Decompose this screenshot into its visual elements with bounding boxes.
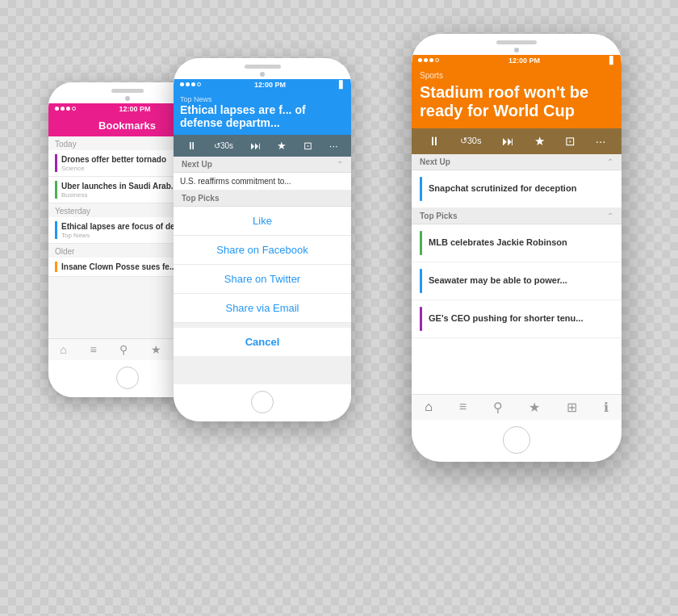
item-title-3: Ethical lapses are focus of de... [61, 221, 182, 232]
share-email-button[interactable]: Share via Email [174, 294, 351, 323]
nav-home-icon-3[interactable]: ⌂ [425, 400, 433, 414]
player-header: Top News Ethical lapses are f... of defe… [174, 90, 351, 136]
sports-category-label: Sports [420, 71, 613, 80]
skip-icon[interactable]: ⏭ [250, 140, 261, 152]
item-cat-1: Science [61, 165, 166, 172]
dot1 [418, 58, 422, 62]
bookmarks-title: Bookmarks [98, 119, 156, 132]
next-up-label-3: Next Up [420, 157, 450, 166]
skip-icon[interactable]: ⏭ [502, 134, 514, 148]
more-icon[interactable]: ··· [596, 134, 606, 148]
camera-2 [260, 72, 265, 77]
chevron-up-icon-2: ⌃ [607, 212, 613, 220]
next-up-header: Next Up ⌃ [174, 157, 351, 173]
status-time-1: 12:00 PM [119, 105, 150, 113]
play-pause-icon[interactable]: ⏸ [428, 134, 440, 148]
chevron-icon: ⌃ [337, 160, 343, 169]
dot2 [61, 107, 65, 111]
nav-home-icon[interactable]: ⌂ [60, 343, 66, 356]
chevron-up-icon: ⌃ [607, 157, 613, 166]
top-bezel-2 [174, 58, 351, 79]
top-news-label: Top News [180, 95, 345, 103]
speaker-1 [111, 89, 144, 93]
rewind-icon[interactable]: ↺30s [214, 141, 233, 150]
dot1 [55, 107, 59, 111]
top-picks-label-3: Top Picks [420, 212, 458, 220]
next-up-label: Next Up [182, 160, 212, 169]
player-headline: Ethical lapses are f... of defense depar… [180, 103, 345, 131]
rewind-icon[interactable]: ↺30s [460, 136, 482, 146]
signal-dots-2 [180, 82, 201, 86]
nav-search-icon[interactable]: ⚲ [119, 343, 128, 356]
nav-info-icon-3[interactable]: ℹ [604, 400, 609, 415]
item-title-1: Drones offer better tornado [61, 154, 166, 165]
top-bezel-3 [412, 34, 622, 55]
status-time-2: 12:00 PM [254, 81, 286, 89]
dot4 [197, 82, 201, 86]
sports-headline: Stadium roof won't be ready for World Cu… [420, 83, 613, 120]
home-button-3[interactable] [503, 426, 530, 454]
dot4 [72, 107, 76, 111]
bottom-bezel-3 [412, 420, 622, 462]
pick-title-3: GE's CEO pushing for shorter tenu... [429, 312, 583, 324]
status-bar-3: 12:00 PM ▋ [412, 55, 622, 66]
phone-sports: 12:00 PM ▋ Sports Stadium roof won't be … [412, 34, 622, 462]
home-button-2[interactable] [251, 391, 274, 413]
top-picks-section: Top Picks ⌃ [412, 208, 622, 224]
sports-bottom-nav: ⌂ ≡ ⚲ ★ ⊞ ℹ [412, 394, 622, 420]
nav-star-icon-3[interactable]: ★ [529, 400, 540, 415]
star-icon[interactable]: ★ [277, 140, 287, 152]
pick-title-1: MLB celebrates Jackie Robinson [429, 237, 567, 248]
pick-2[interactable]: Seawater may be able to power... [412, 262, 622, 300]
phone-share: 12:00 PM ▋ Top News Ethical lapses are f… [174, 58, 351, 421]
top-picks-label: Top Picks [182, 194, 220, 203]
next-up-item-3[interactable]: Snapchat scrutinized for deception [412, 170, 622, 208]
status-time-3: 12:00 PM [508, 57, 540, 65]
next-up-section: Next Up ⌃ [412, 154, 622, 170]
pick-1[interactable]: MLB celebrates Jackie Robinson [412, 224, 622, 262]
next-up-item[interactable]: U.S. reaffirms commitment to... [174, 173, 351, 191]
pick-title-2: Seawater may be able to power... [429, 274, 567, 286]
status-bar-2: 12:00 PM ▋ [174, 79, 351, 90]
cancel-button[interactable]: Cancel [174, 328, 351, 356]
battery-3: ▋ [609, 57, 615, 65]
share-twitter-button[interactable]: Share on Twitter [174, 265, 351, 294]
sports-controls: ⏸ ↺30s ⏭ ★ ⊡ ··· [412, 128, 622, 154]
top-picks-header: Top Picks [174, 191, 351, 207]
nav-bookmark-icon[interactable]: ★ [151, 343, 161, 356]
phone2-content: Top News Ethical lapses are f... of defe… [174, 90, 351, 384]
phone3-content: Sports Stadium roof won't be ready for W… [412, 66, 622, 394]
share-facebook-button[interactable]: Share on Facebook [174, 236, 351, 265]
player-controls: ⏸ ↺30s ⏭ ★ ⊡ ··· [174, 135, 351, 157]
speaker-2 [245, 65, 281, 69]
item-cat-2: Business [61, 191, 178, 199]
share-sheet: Top Picks Like Share on Facebook Share o… [174, 191, 351, 383]
item-cat-3: Top News [61, 232, 182, 239]
dot2 [186, 82, 190, 86]
share-icon[interactable]: ⊡ [303, 140, 312, 152]
battery-2: ▋ [339, 81, 345, 89]
dot2 [424, 58, 428, 62]
star-icon[interactable]: ★ [534, 134, 545, 149]
more-icon[interactable]: ··· [329, 140, 338, 152]
speaker-3 [496, 40, 537, 44]
dot4 [435, 58, 439, 62]
sports-header: Sports Stadium roof won't be ready for W… [412, 66, 622, 128]
nav-list-icon-3[interactable]: ≡ [459, 400, 467, 414]
share-icon[interactable]: ⊡ [565, 134, 575, 149]
play-pause-icon[interactable]: ⏸ [186, 140, 197, 152]
dot3 [429, 58, 433, 62]
item-title-2: Uber launches in Saudi Arab... [61, 181, 178, 191]
item-title-4: Insane Clown Posse sues fe... [61, 262, 176, 272]
nav-list-icon[interactable]: ≡ [90, 343, 96, 356]
camera-3 [514, 48, 519, 52]
like-button[interactable]: Like [174, 207, 351, 236]
bottom-bezel-2 [174, 384, 351, 421]
nav-grid-icon-3[interactable]: ⊞ [567, 400, 577, 415]
camera-1 [125, 96, 130, 101]
pick-3[interactable]: GE's CEO pushing for shorter tenu... [412, 300, 622, 338]
nav-search-icon-3[interactable]: ⚲ [493, 400, 503, 415]
home-button-1[interactable] [116, 367, 139, 389]
next-item-text: Snapchat scrutinized for deception [429, 182, 576, 194]
dot3 [191, 82, 195, 86]
